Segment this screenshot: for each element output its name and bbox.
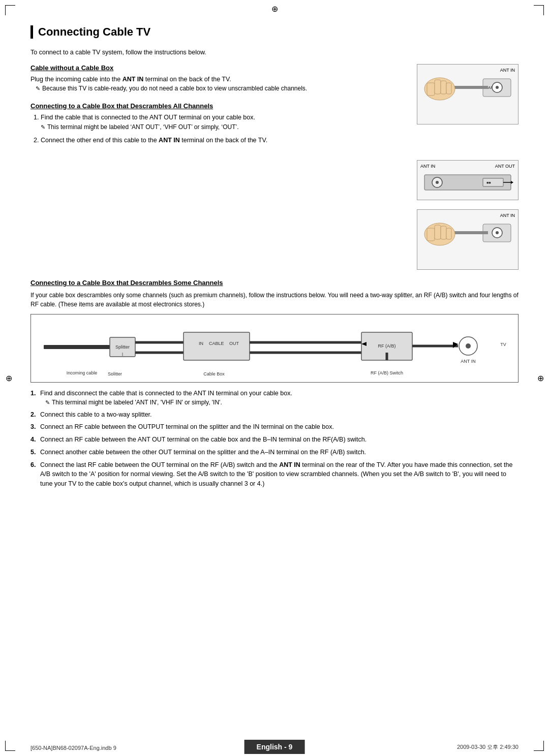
svg-text:ANT IN: ANT IN — [461, 359, 475, 364]
svg-rect-24 — [441, 226, 446, 239]
svg-point-19 — [496, 231, 499, 234]
section1-note-text: Because this TV is cable-ready, you do n… — [42, 84, 307, 93]
section1-note: ✎ Because this TV is cable-ready, you do… — [36, 84, 407, 93]
page: ⊕ ⊕ ⊕ ⊕ Connecting Cable TV To connect t… — [0, 0, 549, 756]
svg-text:CABLE: CABLE — [209, 341, 224, 346]
svg-point-3 — [496, 86, 499, 89]
main-layout: Cable without a Cable Box Plug the incom… — [30, 64, 518, 270]
svg-rect-6 — [427, 83, 435, 96]
svg-text:Splitter: Splitter — [108, 371, 122, 375]
section-cable-box-all: Connecting to a Cable Box that Descrambl… — [30, 102, 407, 145]
step2-text: Connect this cable to a two-way splitter… — [40, 410, 518, 420]
note-icon-3: ✎ — [45, 399, 50, 407]
reg-mark-tr — [534, 5, 544, 15]
svg-rect-9 — [446, 83, 451, 94]
ant-in-svg-bottom — [422, 219, 513, 265]
ant-labels-row: ANT IN ANT OUT — [420, 164, 515, 169]
diagram-ant-in-top: ANT IN ANT IN — [417, 64, 518, 124]
svg-text:Incoming cable: Incoming cable — [67, 370, 98, 375]
svg-text:IN: IN — [199, 341, 203, 346]
note-icon: ✎ — [36, 85, 40, 93]
section-cable-no-box: Cable without a Cable Box Plug the incom… — [30, 64, 407, 93]
svg-rect-13 — [483, 178, 503, 186]
step-item-1: 1. Find and disconnect the cable that is… — [30, 389, 518, 407]
svg-rect-23 — [435, 225, 441, 239]
step-item-6: 6. Connect the last RF cable between the… — [30, 460, 518, 489]
step-item-5: 5. Connect another cable between the oth… — [30, 448, 518, 457]
crosshair-right: ⊕ — [536, 373, 545, 383]
english-badge: English - 9 — [245, 740, 305, 754]
ant-in-svg-top: ANT IN — [422, 74, 513, 119]
svg-rect-7 — [435, 80, 441, 94]
ant-in-label-bottom: ANT IN — [420, 213, 515, 218]
page-title: Connecting Cable TV — [30, 25, 518, 39]
footer: [650-NA]BN68-02097A-Eng.indb 9 English -… — [0, 738, 549, 756]
footer-left: [650-NA]BN68-02097A-Eng.indb 9 — [30, 745, 116, 751]
section2-title: Connecting to a Cable Box that Descrambl… — [30, 102, 407, 110]
svg-text:RF (A/B) Switch: RF (A/B) Switch — [371, 370, 403, 375]
svg-text:Cable Box: Cable Box — [203, 371, 225, 375]
ant-in-label-top: ANT IN — [420, 68, 515, 73]
left-content: Cable without a Cable Box Plug the incom… — [30, 64, 407, 270]
section-cable-box-some: Connecting to a Cable Box that Descrambl… — [30, 279, 518, 489]
section2-step1: Find the cable that is connected to the … — [41, 113, 407, 132]
ant-in-out-svg: ■■ — [422, 170, 513, 195]
section2-body: Find the cable that is connected to the … — [30, 113, 407, 145]
step4-text: Connect an RF cable between the ANT OUT … — [40, 435, 518, 445]
section1-title: Cable without a Cable Box — [30, 64, 407, 72]
svg-rect-27 — [44, 345, 110, 349]
diagram-ant-in-bottom: ANT IN — [417, 209, 518, 270]
section3-title: Connecting to a Cable Box that Descrambl… — [30, 279, 518, 287]
step-item-3: 3. Connect an RF cable between the OUTPU… — [30, 422, 518, 432]
svg-text:RF (A/B): RF (A/B) — [378, 343, 396, 349]
section3-steps: 1. Find and disconnect the cable that is… — [30, 389, 518, 489]
svg-rect-33 — [184, 332, 250, 360]
section3-intro: If your cable box descrambles only some … — [30, 291, 518, 309]
right-diagrams: ANT IN ANT IN — [417, 64, 518, 270]
section2-steps: Find the cable that is connected to the … — [41, 113, 407, 145]
svg-marker-16 — [511, 181, 513, 184]
svg-point-44 — [466, 343, 471, 349]
footer-center: English - 9 — [245, 743, 305, 751]
english-label: English — [257, 743, 283, 751]
section2-note-text: This terminal might be labeled ‘ANT OUT’… — [47, 123, 239, 132]
step-item-2: 2. Connect this cable to a two-way split… — [30, 410, 518, 420]
step5-text: Connect another cable between the other … — [40, 448, 518, 457]
diagram-ant-in-out: ANT IN ANT OUT ■■ — [417, 160, 518, 200]
step-item-4: 4. Connect an RF cable between the ANT O… — [30, 435, 518, 445]
page-number: 9 — [289, 743, 293, 751]
step1-note: ✎ This terminal might be labeled 'ANT IN… — [45, 398, 518, 407]
section2-step1-note: ✎ This terminal might be labeled ‘ANT OU… — [41, 123, 407, 132]
note-icon-2: ✎ — [41, 123, 45, 132]
svg-rect-22 — [427, 228, 435, 241]
svg-text:TV Rear: TV Rear — [500, 342, 508, 347]
crosshair-top: ⊕ — [270, 4, 279, 13]
ant-out-label-mid: ANT OUT — [495, 164, 515, 169]
splitter-diagram: Incoming cable Splitter Splitter IN CABL… — [30, 314, 518, 383]
crosshair-left: ⊕ — [4, 373, 13, 383]
footer-right: 2009-03-30 오후 2:49:30 — [457, 743, 518, 751]
ant-in-label-mid: ANT IN — [420, 164, 435, 169]
svg-point-12 — [436, 181, 439, 184]
section2-step2: Connect the other end of this cable to t… — [41, 136, 407, 145]
step1-note-text: This terminal might be labeled 'ANT IN',… — [52, 398, 222, 407]
svg-rect-8 — [441, 81, 446, 94]
svg-text:Splitter: Splitter — [115, 344, 130, 350]
svg-text:OUT: OUT — [229, 341, 239, 346]
svg-text:■■: ■■ — [486, 181, 491, 184]
splitter-svg: Incoming cable Splitter Splitter IN CABL… — [41, 320, 508, 375]
step3-text: Connect an RF cable between the OUTPUT t… — [40, 422, 518, 432]
section1-body: Plug the incoming cable into the ANT IN … — [30, 75, 407, 93]
svg-rect-25 — [446, 228, 451, 239]
reg-mark-tl — [5, 5, 15, 15]
intro-text: To connect to a cable TV system, follow … — [30, 49, 518, 56]
